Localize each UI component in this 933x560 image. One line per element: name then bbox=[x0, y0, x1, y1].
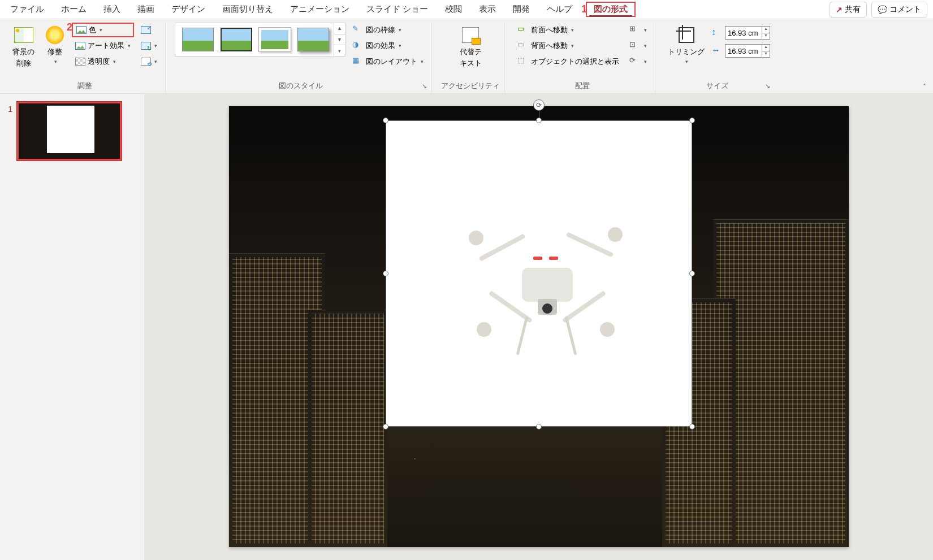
color-label: 色 bbox=[89, 25, 96, 35]
transparency-label: 透明度 bbox=[88, 57, 110, 67]
compress-icon bbox=[141, 26, 151, 34]
height-input[interactable]: 16.93 cm ▲▼ bbox=[725, 26, 770, 40]
tab-draw[interactable]: 描画 bbox=[129, 1, 162, 18]
style-thumb-2[interactable] bbox=[221, 28, 252, 51]
resize-handle-ml[interactable] bbox=[383, 271, 388, 276]
group-picture-styles: ▲ ▼ ▾ 図の枠線 図の効果 図のレイアウト 図のスタイル ↘ bbox=[170, 23, 432, 93]
resize-handle-mr[interactable] bbox=[689, 271, 695, 276]
share-button[interactable]: 共有 bbox=[830, 2, 867, 18]
tab-picture-format[interactable]: 図の形式 bbox=[589, 2, 632, 17]
group-size: トリミング 16.93 cm ▲▼ 16.93 cm ▲▼ bbox=[660, 23, 775, 93]
gallery-more[interactable]: ▾ bbox=[334, 45, 345, 56]
artistic-icon bbox=[75, 42, 85, 50]
alt-text-button[interactable]: 代替テ キスト bbox=[456, 23, 485, 70]
send-backward-label: 背面へ移動 bbox=[531, 41, 568, 51]
tab-file[interactable]: ファイル bbox=[2, 1, 52, 18]
resize-handle-bm[interactable] bbox=[536, 424, 542, 429]
align-icon bbox=[629, 24, 641, 36]
width-input-row: 16.93 cm ▲▼ bbox=[711, 44, 770, 58]
highlight-picture-format-tab: 図の形式 bbox=[586, 2, 636, 17]
send-backward-button[interactable]: 背面へ移動 bbox=[514, 38, 623, 53]
share-icon bbox=[836, 5, 843, 14]
tab-animations[interactable]: アニメーション bbox=[282, 1, 357, 18]
crop-label: トリミング bbox=[668, 47, 705, 57]
tab-transitions[interactable]: 画面切り替え bbox=[214, 1, 281, 18]
transparency-button[interactable]: 透明度 bbox=[72, 54, 134, 69]
height-spinner[interactable]: ▲▼ bbox=[762, 27, 770, 39]
slide-thumbnail-1[interactable]: 1 bbox=[8, 102, 136, 160]
picture-border-label: 図の枠線 bbox=[366, 25, 395, 35]
compress-pictures-button[interactable] bbox=[137, 23, 161, 37]
transparency-icon bbox=[75, 58, 85, 66]
resize-handle-bl[interactable] bbox=[383, 424, 388, 429]
tab-home[interactable]: ホーム bbox=[53, 1, 94, 18]
bring-forward-button[interactable]: 前面へ移動 bbox=[514, 23, 623, 37]
change-picture-icon bbox=[141, 42, 151, 50]
tab-developer[interactable]: 開発 bbox=[505, 1, 538, 18]
picture-effects-label: 図の効果 bbox=[366, 41, 395, 51]
gallery-down[interactable]: ▼ bbox=[334, 34, 345, 46]
color-icon bbox=[76, 26, 87, 34]
remove-background-button[interactable]: 背景の 削除 bbox=[9, 23, 38, 70]
resize-handle-br[interactable] bbox=[689, 424, 695, 429]
width-input[interactable]: 16.93 cm ▲▼ bbox=[725, 44, 770, 58]
group-icon bbox=[629, 40, 641, 51]
resize-handle-tl[interactable] bbox=[383, 118, 388, 123]
change-picture-button[interactable] bbox=[137, 38, 161, 53]
rotation-handle[interactable]: ⟳ bbox=[533, 99, 545, 111]
style-thumb-1[interactable] bbox=[182, 28, 214, 51]
bring-forward-icon bbox=[517, 24, 529, 36]
color-button[interactable]: 色 bbox=[72, 23, 134, 37]
group-styles-label: 図のスタイル bbox=[279, 81, 323, 91]
reset-picture-button[interactable] bbox=[137, 54, 161, 69]
picture-styles-gallery[interactable]: ▲ ▼ ▾ bbox=[175, 23, 345, 57]
slide-thumbnail-image bbox=[17, 102, 122, 160]
tab-review[interactable]: 校閲 bbox=[437, 1, 470, 18]
style-thumb-3[interactable] bbox=[259, 28, 291, 51]
tab-help[interactable]: ヘルプ bbox=[539, 1, 580, 18]
resize-handle-tr[interactable] bbox=[689, 118, 695, 123]
picture-layout-button[interactable]: 図のレイアウト bbox=[349, 54, 427, 69]
alt-text-label-2: キスト bbox=[460, 59, 482, 68]
tab-slideshow[interactable]: スライド ショー bbox=[358, 1, 436, 18]
comment-button[interactable]: コメント bbox=[871, 2, 927, 18]
width-icon bbox=[711, 45, 723, 57]
picture-border-button[interactable]: 図の枠線 bbox=[349, 23, 427, 37]
remove-bg-label-2: 削除 bbox=[16, 59, 31, 68]
comment-icon bbox=[878, 5, 887, 14]
selection-pane-button[interactable]: オブジェクトの選択と表示 bbox=[514, 54, 623, 69]
remove-background-icon bbox=[14, 27, 33, 43]
width-spinner[interactable]: ▲▼ bbox=[762, 45, 770, 57]
tab-view[interactable]: 表示 bbox=[471, 1, 504, 18]
picture-layout-icon bbox=[352, 56, 364, 67]
tab-insert[interactable]: 挿入 bbox=[96, 1, 128, 18]
align-button[interactable] bbox=[626, 23, 650, 37]
ribbon-tabs: ファイル ホーム 挿入 描画 デザイン 画面切り替え アニメーション スライド … bbox=[0, 0, 933, 19]
selection-pane-icon bbox=[517, 56, 529, 67]
picture-effects-button[interactable]: 図の効果 bbox=[349, 38, 427, 53]
rotate-button[interactable] bbox=[626, 54, 650, 69]
workspace: 1 ⟳ bbox=[0, 94, 933, 560]
styles-launcher[interactable]: ↘ bbox=[422, 83, 427, 90]
height-icon bbox=[711, 27, 723, 38]
resize-handle-tm[interactable] bbox=[536, 118, 542, 123]
artistic-effects-button[interactable]: アート効果 bbox=[72, 38, 134, 53]
group-arrange: 前面へ移動 背面へ移動 オブジェクトの選択と表示 配置 bbox=[509, 23, 655, 93]
slide-canvas-area[interactable]: ⟳ bbox=[144, 94, 933, 560]
crop-button[interactable]: トリミング bbox=[664, 23, 708, 67]
style-thumb-4[interactable] bbox=[297, 28, 329, 51]
tab-design[interactable]: デザイン bbox=[163, 1, 213, 18]
corrections-button[interactable]: 修整 bbox=[41, 23, 68, 67]
gallery-up[interactable]: ▲ bbox=[334, 23, 345, 34]
slide[interactable]: ⟳ bbox=[229, 106, 849, 547]
rotate-icon bbox=[629, 56, 641, 67]
remove-bg-label-1: 背景の bbox=[12, 47, 34, 57]
collapse-ribbon-button[interactable]: ˄ bbox=[921, 81, 928, 93]
group-objects-button[interactable] bbox=[626, 38, 650, 53]
picture-layout-label: 図のレイアウト bbox=[366, 57, 417, 67]
size-launcher[interactable]: ↘ bbox=[765, 83, 770, 90]
corrections-label: 修整 bbox=[47, 47, 62, 57]
selected-picture[interactable]: ⟳ bbox=[386, 121, 692, 426]
callout-2: 2 bbox=[67, 21, 72, 33]
group-adjust-label: 調整 bbox=[77, 81, 92, 91]
